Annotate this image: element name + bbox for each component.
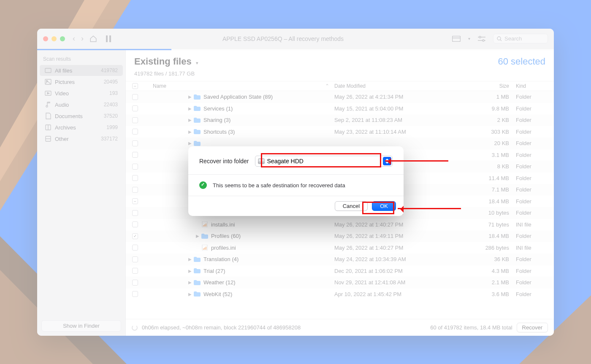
sidebar-item-archives[interactable]: Archives1999 xyxy=(40,122,123,133)
column-kind[interactable]: Kind xyxy=(516,83,554,89)
row-checkbox[interactable] xyxy=(126,117,144,123)
disclosure-icon[interactable]: ▶ xyxy=(187,94,193,99)
close-window-icon[interactable] xyxy=(43,36,48,41)
row-checkbox[interactable] xyxy=(126,291,144,297)
row-checkbox[interactable] xyxy=(126,164,144,170)
file-name: Saved Application State (89) xyxy=(203,94,273,100)
table-row[interactable]: ▶Weather (12) Nov 29, 2021 at 12:41:08 A… xyxy=(126,277,554,289)
row-checkbox[interactable] xyxy=(126,198,144,204)
maximize-window-icon[interactable] xyxy=(60,36,65,41)
sidebar-item-other[interactable]: Other337172 xyxy=(40,133,123,144)
row-checkbox[interactable] xyxy=(126,256,144,262)
disclosure-icon[interactable]: ▶ xyxy=(187,141,193,146)
minimize-window-icon[interactable] xyxy=(52,36,57,41)
scan-status-text: 0h06m elapsed, ~0h08m remain, block 2219… xyxy=(142,324,301,331)
svg-point-15 xyxy=(46,105,48,107)
svg-point-8 xyxy=(483,40,484,41)
file-size: 303 KB xyxy=(431,129,516,135)
recover-destination-dialog: Recover into folder Seagate HDD This see… xyxy=(188,146,404,216)
home-icon[interactable] xyxy=(87,35,100,43)
file-size: 7.1 MB xyxy=(431,186,516,193)
safe-message: This seems to be a safe destination for … xyxy=(213,182,345,189)
file-size: 10 bytes xyxy=(431,210,516,216)
column-size[interactable]: Size xyxy=(431,83,516,89)
file-date: May 26, 2022 at 1:49:11 PM xyxy=(334,233,431,239)
file-size: 18.4 MB xyxy=(431,233,516,239)
forward-icon[interactable]: › xyxy=(81,34,84,43)
chevron-down-icon[interactable]: ▾ xyxy=(468,36,470,41)
table-row[interactable]: installs.ini May 26, 2022 at 1:40:27 PM … xyxy=(126,219,554,231)
destination-dropdown[interactable]: Seagate HDD xyxy=(255,156,393,167)
row-checkbox[interactable] xyxy=(126,221,144,227)
page-subtitle: 419782 files / 181.77 GB xyxy=(126,70,554,81)
row-checkbox[interactable] xyxy=(126,140,144,146)
row-checkbox[interactable] xyxy=(126,129,144,135)
search-input[interactable]: Search xyxy=(493,34,548,43)
table-row[interactable]: ▶Profiles (60) May 26, 2022 at 1:49:11 P… xyxy=(126,230,554,242)
safe-check-icon xyxy=(199,181,207,189)
heading-dropdown-icon[interactable]: ▾ xyxy=(196,60,198,66)
row-checkbox[interactable] xyxy=(126,175,144,181)
spinner-icon xyxy=(132,325,138,331)
sidebar-item-count: 419782 xyxy=(101,67,118,73)
row-checkbox[interactable] xyxy=(126,233,144,239)
row-checkbox[interactable] xyxy=(126,152,144,158)
sidebar-icon xyxy=(45,67,52,74)
sidebar-item-video[interactable]: Video193 xyxy=(40,88,123,99)
file-date: Sep 2, 2021 at 11:08:23 AM xyxy=(334,117,431,123)
table-row[interactable]: ▶Saved Application State (89) May 26, 20… xyxy=(126,91,554,103)
row-checkbox[interactable] xyxy=(126,268,144,274)
sidebar-item-documents[interactable]: Documents37520 xyxy=(40,111,123,121)
settings-icon[interactable] xyxy=(478,36,485,42)
svg-rect-29 xyxy=(258,162,264,164)
show-in-finder-button[interactable]: Show in Finder xyxy=(41,320,121,332)
back-icon[interactable]: ‹ xyxy=(73,34,75,43)
sidebar-item-label: Video xyxy=(55,90,69,97)
disclosure-icon[interactable]: ▶ xyxy=(187,257,193,262)
svg-rect-21 xyxy=(203,225,204,226)
row-checkbox[interactable] xyxy=(126,245,144,251)
column-name[interactable]: Name⌃ xyxy=(144,83,334,89)
column-headers: Name⌃ Date Modified Size Kind xyxy=(126,81,554,91)
table-row[interactable]: ▶Services (1) May 15, 2021 at 5:04:00 PM… xyxy=(126,103,554,115)
table-row[interactable]: profiles.ini May 26, 2022 at 1:40:27 PM … xyxy=(126,242,554,254)
sidebar-item-pictures[interactable]: Pictures20495 xyxy=(40,76,123,87)
disclosure-icon[interactable]: ▶ xyxy=(187,106,193,111)
column-date[interactable]: Date Modified xyxy=(334,83,431,89)
titlebar: ‹ › APPLE SSD AP0256Q – All recovery met… xyxy=(37,29,554,49)
ok-button[interactable]: OK xyxy=(372,201,396,211)
disclosure-icon[interactable]: ▶ xyxy=(187,280,193,285)
row-checkbox[interactable] xyxy=(126,94,144,100)
file-kind: Folder xyxy=(516,198,554,205)
disclosure-icon[interactable]: ▶ xyxy=(194,234,201,238)
file-size: 36 KB xyxy=(431,256,516,262)
recover-button[interactable]: Recover xyxy=(517,323,548,332)
window-title: APPLE SSD AP0256Q – All recovery methods xyxy=(117,35,449,42)
table-row[interactable]: ▶Trial (27) Dec 20, 2021 at 1:06:02 PM 4… xyxy=(126,265,554,277)
table-row[interactable]: ▶WebKit (52) Apr 10, 2022 at 1:45:42 PM … xyxy=(126,289,554,300)
sidebar-item-all-files[interactable]: All files419782 xyxy=(40,65,123,76)
view-mode-icon[interactable] xyxy=(452,36,461,42)
table-row[interactable]: ▶Shortcuts (3) May 23, 2022 at 11:10:14 … xyxy=(126,126,554,138)
sidebar-item-label: Other xyxy=(55,136,69,142)
pause-icon[interactable] xyxy=(103,35,114,42)
folder-icon xyxy=(193,94,201,100)
file-kind: Folder xyxy=(516,94,554,100)
sidebar-item-label: Audio xyxy=(55,102,69,108)
file-kind: Folder xyxy=(516,129,554,135)
disclosure-icon[interactable]: ▶ xyxy=(187,129,193,134)
table-row[interactable]: ▶Sharing (3) Sep 2, 2021 at 11:08:23 AM … xyxy=(126,114,554,126)
disclosure-icon[interactable]: ▶ xyxy=(187,292,193,297)
disclosure-icon[interactable]: ▶ xyxy=(187,118,193,122)
row-checkbox[interactable] xyxy=(126,105,144,111)
row-checkbox[interactable] xyxy=(126,210,144,216)
row-checkbox[interactable] xyxy=(126,280,144,286)
disclosure-icon[interactable]: ▶ xyxy=(187,269,193,273)
row-checkbox[interactable] xyxy=(126,187,144,193)
sidebar-item-audio[interactable]: Audio22403 xyxy=(40,99,123,110)
file-date: May 24, 2022 at 10:34:39 AM xyxy=(334,256,431,262)
file-name: profiles.ini xyxy=(211,245,236,251)
cancel-button[interactable]: Cancel xyxy=(335,201,368,211)
select-all-checkbox[interactable] xyxy=(132,83,138,89)
table-row[interactable]: ▶Translation (4) May 24, 2022 at 10:34:3… xyxy=(126,253,554,265)
